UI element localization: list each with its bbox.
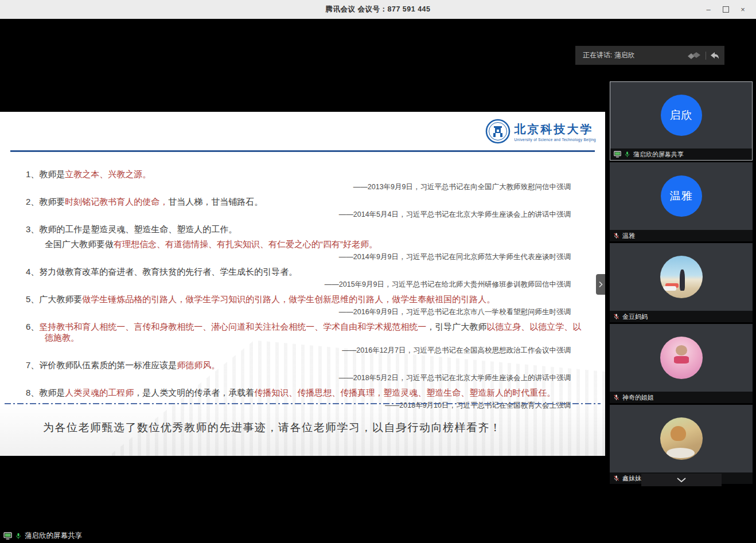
window-controls: – × (700, 0, 751, 19)
avatar-area (610, 405, 753, 472)
mic-off-icon (613, 232, 619, 239)
quote-text: 2、教师要 (26, 197, 65, 206)
participant-name: 温雅 (622, 232, 635, 240)
quote-highlight: 人类灵魂的工程师 (65, 388, 134, 397)
quote-attribution: ——2014年9月9日，习近平总书记在同北京师范大学师生代表座谈时强调 (0, 252, 605, 262)
dash-dot-divider (5, 403, 601, 404)
university-logo: 北京科技大学 University of Science and Technol… (485, 119, 596, 144)
avatar-photo (660, 417, 703, 460)
participant-list-toggle[interactable] (641, 474, 722, 486)
quote-line: 7、评价教师队伍素质的第一标准应该是师德师风。 (0, 360, 605, 370)
shared-screen-slide: 北京科技大学 University of Science and Technol… (0, 112, 605, 456)
restore-icon (723, 6, 729, 13)
participant-label-bar: 金豆妈妈 (610, 311, 753, 322)
avatar-area: 温雅 (610, 162, 753, 230)
quote-line: 6、坚持教书和育人相统一、言传和身教相统一、潜心问道和关注社会相统一、学术自由和… (0, 321, 605, 343)
mic-on-icon (15, 532, 22, 540)
quote-attribution: ——2018年5月2日，习近平总书记在北京大学师生座谈会上的讲话中强调 (0, 373, 605, 383)
layout-view-icon[interactable] (687, 51, 702, 60)
speaking-label: 正在讲话: 蒲启欣 (583, 50, 687, 60)
participant-name: 鑫妹妹 (622, 474, 641, 483)
quote-highlight: 有理想信念、有道德情操、有扎实知识、有仁爱之心的“四有”好老师。 (114, 239, 377, 249)
header-rule (10, 150, 595, 152)
university-name: 北京科技大学 University of Science and Technol… (515, 122, 596, 142)
participant-tiles: 启欣蒲启欣的屏幕共享温雅温雅金豆妈妈神奇的姐姐鑫妹妹 (610, 81, 753, 484)
participant-tile[interactable]: 温雅温雅 (610, 162, 753, 241)
quote-attribution: ——2015年9月9日，习近平总书记在给北师大贵州研修班参训教师回信中强调 (0, 280, 605, 290)
participant-tile[interactable]: 启欣蒲启欣的屏幕共享 (610, 81, 753, 161)
meeting-stage: 北京科技大学 University of Science and Technol… (0, 19, 756, 543)
quote-highlight: 立教之本、兴教之源。 (65, 169, 151, 179)
screen-share-icon (3, 532, 12, 540)
banner-separator (706, 52, 706, 60)
avatar: 启欣 (661, 95, 702, 136)
restore-button[interactable] (717, 0, 734, 19)
quote-attribution: ——2018年9月10日，习近平总书记在全国教育大会上强调 (0, 401, 605, 411)
university-name-en: University of Science and Technology Bei… (515, 138, 596, 142)
quote-line: 3、教师的工作是塑造灵魂、塑造生命、塑造人的工作。 (0, 224, 605, 235)
bottom-share-label: 蒲启欣的屏幕共享 (25, 531, 82, 541)
avatar: 温雅 (661, 175, 702, 217)
window-title: 腾讯会议 会议号：877 591 445 (326, 5, 431, 14)
quote-attribution: ——2016年9月9日，习近平总书记在北京市八一学校看望慰问师生时强调 (0, 307, 605, 317)
quote-text: 7、评价教师队伍素质的第一标准应该是 (26, 360, 177, 370)
title-bar: 腾讯会议 会议号：877 591 445 – × (0, 0, 756, 19)
quote-line: 全国广大教师要做有理想信念、有道德情操、有扎实知识、有仁爱之心的“四有”好老师。 (0, 239, 605, 249)
quote-text: 6、 (26, 322, 39, 331)
mic-on-icon (624, 151, 630, 158)
quote-line: 5、广大教师要做学生锤炼品格的引路人，做学生学习知识的引路人，做学生创新思维的引… (0, 294, 605, 304)
quote-highlight: 坚持教书和育人相统一、言传和身教相统一、潜心问道和关注社会相统一、学术自由和学术… (39, 322, 426, 331)
quote-text: 3、教师的工作是塑造灵魂、塑造生命、塑造人的工作。 (26, 224, 237, 234)
participant-tile[interactable]: 神奇的姐姐 (610, 324, 753, 403)
quote-text: 甘当人梯，甘当铺路石。 (168, 197, 263, 206)
back-arrow-icon[interactable] (710, 52, 719, 60)
speaking-banner: 正在讲话: 蒲启欣 (575, 46, 724, 65)
participant-name: 神奇的姐姐 (622, 393, 654, 402)
quote-highlight: 师德师风。 (177, 360, 220, 370)
mic-off-icon (613, 394, 619, 401)
quote-highlight: 做学生锤炼品格的引路人，做学生学习知识的引路人，做学生创新思维的引路人，做学生奉… (82, 294, 495, 304)
participant-label-bar: 神奇的姐姐 (610, 392, 753, 403)
chevron-down-icon (676, 477, 687, 483)
avatar-photo (660, 256, 703, 298)
tencent-meeting-window: { "window": { "title": "腾讯会议 会议号：877 591… (0, 0, 756, 543)
quote-line: 2、教师要时刻铭记教书育人的使命，甘当人梯，甘当铺路石。 (0, 196, 605, 207)
participant-sidebar: 启欣蒲启欣的屏幕共享温雅温雅金豆妈妈神奇的姐姐鑫妹妹 (610, 81, 753, 486)
quote-line: 1、教师是立教之本、兴教之源。 (0, 169, 605, 179)
avatar-photo (660, 337, 703, 379)
university-name-cn: 北京科技大学 (515, 122, 596, 137)
slide-message: 为各位老师甄选了数位优秀教师的先进事迹，请各位老师学习，以自身行动向榜样看齐！ (43, 420, 571, 435)
quote-text: ，引导广大教师 (426, 322, 486, 331)
bottom-share-bar: 蒲启欣的屏幕共享 (3, 531, 82, 541)
screen-share-icon (614, 151, 621, 158)
participant-tile[interactable]: 鑫妹妹 (610, 405, 753, 484)
quote-text: 8、教师是 (26, 388, 65, 397)
slide-quotes: 1、教师是立教之本、兴教之源。——2013年9月9日，习近平总书记在向全国广大教… (0, 165, 605, 411)
mic-off-icon (613, 313, 619, 320)
mic-off-icon (613, 475, 619, 482)
participant-tile[interactable]: 金豆妈妈 (610, 243, 753, 322)
sidebar-collapse-handle[interactable] (596, 274, 605, 295)
participant-label-bar: 温雅 (610, 230, 753, 241)
quote-highlight: 时刻铭记教书育人的使命， (65, 197, 168, 206)
quote-line: 8、教师是人类灵魂的工程师，是人类文明的传承者，承载着传播知识、传播思想、传播真… (0, 387, 605, 398)
chevron-right-icon (598, 281, 603, 288)
close-button[interactable]: × (734, 0, 751, 19)
quote-highlight: 传播知识、传播思想、传播真理，塑造灵魂、塑造生命、塑造新人的时代重任。 (254, 388, 555, 397)
avatar-area: 启欣 (610, 82, 752, 149)
quote-text: 全国广大教师要做 (45, 239, 114, 249)
quote-text: 4、努力做教育改革的奋进者、教育扶贫的先行者、学生成长的引导者。 (26, 267, 297, 276)
university-emblem-icon (485, 119, 511, 144)
participant-name: 蒲启欣的屏幕共享 (633, 150, 684, 159)
quote-text: 5、广大教师要 (26, 294, 82, 304)
quote-attribution: ——2016年12月7日，习近平总书记在全国高校思想政治工作会议中强调 (0, 346, 605, 356)
quote-attribution: ——2013年9月9日，习近平总书记在向全国广大教师致慰问信中强调 (0, 182, 605, 192)
quote-attribution: ——2014年5月4日，习近平总书记在北京大学师生座谈会上的讲话中强调 (0, 210, 605, 220)
avatar-area (610, 324, 753, 392)
minimize-button[interactable]: – (700, 0, 717, 19)
participant-name: 金豆妈妈 (622, 312, 648, 321)
quote-text: ，是人类文明的传承者，承载着 (134, 388, 254, 397)
quote-text: 1、教师是 (26, 169, 65, 179)
quote-line: 4、努力做教育改革的奋进者、教育扶贫的先行者、学生成长的引导者。 (0, 266, 605, 277)
participant-label-bar: 蒲启欣的屏幕共享 (610, 149, 752, 160)
